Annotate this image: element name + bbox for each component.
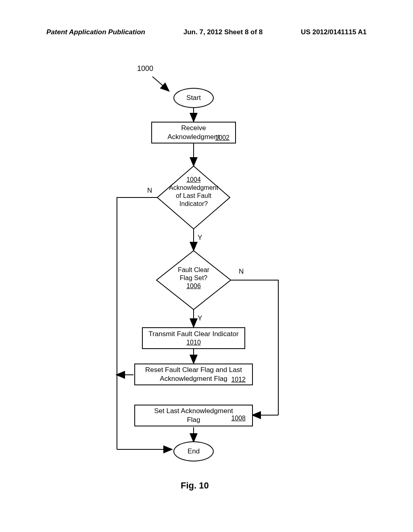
edge-label-1004-yes: Y	[198, 234, 202, 242]
terminator-end: End	[173, 441, 214, 461]
decision-1004: 1004 Acknowledgment of Last Fault Indica…	[165, 176, 222, 208]
edge-label-1006-no: N	[239, 268, 244, 276]
process-1008-ref: 1008	[231, 414, 246, 423]
process-1010: Transmit Fault Clear Indicator 1010	[142, 327, 245, 349]
svg-line-1	[152, 77, 169, 91]
process-1008: Set Last Acknowledgment Flag 1008	[134, 405, 253, 426]
edge-label-1004-no: N	[147, 187, 152, 195]
process-1010-ref: 1010	[147, 339, 240, 347]
process-1012-ref: 1012	[231, 376, 246, 384]
decision-1006: Fault Clear Flag Set? 1006	[171, 266, 217, 290]
decision-1006-ref: 1006	[171, 282, 217, 290]
decision-1006-text: Fault Clear Flag Set?	[171, 266, 217, 282]
process-1002: Receive Acknowledgment 1002	[151, 122, 236, 143]
figure-caption: Fig. 10	[181, 480, 209, 491]
decision-1004-text: Acknowledgment of Last Fault Indicator?	[165, 184, 222, 208]
process-1002-ref: 1002	[215, 134, 229, 142]
process-1012: Reset Fault Clear Flag and Last Acknowle…	[134, 364, 253, 385]
terminator-start: Start	[173, 88, 214, 108]
edge-label-1006-yes: Y	[198, 314, 202, 322]
decision-1004-ref: 1004	[165, 176, 222, 184]
process-1010-text: Transmit Fault Clear Indicator	[147, 330, 240, 339]
terminator-end-label: End	[188, 447, 200, 456]
terminator-start-label: Start	[186, 94, 201, 102]
flowchart-ref-callout: 1000	[137, 64, 153, 73]
